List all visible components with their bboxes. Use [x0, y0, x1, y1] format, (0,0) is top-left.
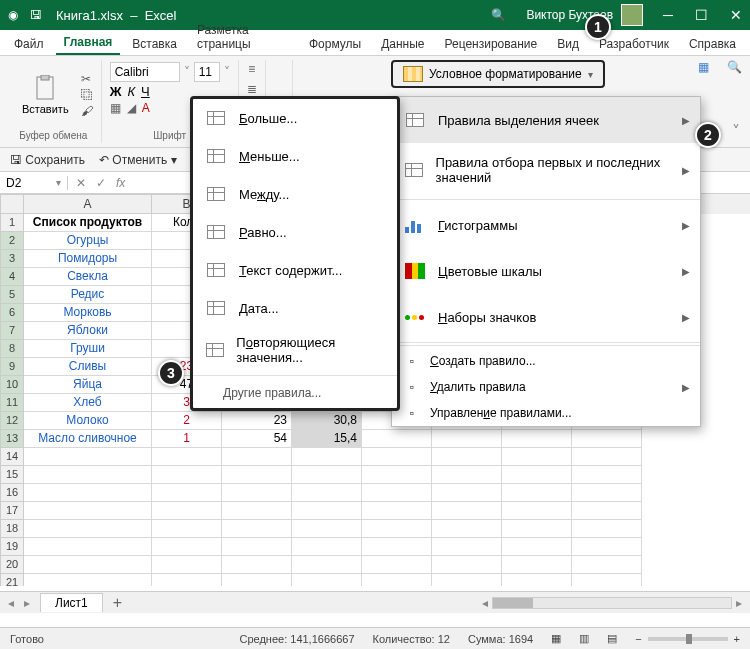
font-size-select[interactable]: [194, 62, 220, 82]
cell[interactable]: 54: [222, 430, 292, 448]
menu-item[interactable]: Наборы значков▶: [392, 294, 700, 340]
cell[interactable]: [222, 520, 292, 538]
row-header[interactable]: 5: [0, 286, 24, 304]
align-left-icon[interactable]: ≣: [247, 82, 257, 96]
ribbon-tab[interactable]: Разметка страницы: [189, 19, 297, 55]
cell[interactable]: [24, 520, 152, 538]
view-break-icon[interactable]: ▤: [607, 632, 617, 645]
scroll-right-icon[interactable]: ▸: [736, 596, 742, 610]
row-header[interactable]: 15: [0, 466, 24, 484]
cell[interactable]: [502, 538, 572, 556]
cell[interactable]: [432, 430, 502, 448]
cell[interactable]: Яблоки: [24, 322, 152, 340]
font-name-select[interactable]: [110, 62, 180, 82]
find-icon[interactable]: 🔍: [727, 60, 742, 74]
undo-button[interactable]: ↶ Отменить ▾: [99, 153, 177, 167]
menu-item[interactable]: ▫Удалить правила▶: [392, 374, 700, 400]
cell[interactable]: Огурцы: [24, 232, 152, 250]
row-header[interactable]: 19: [0, 538, 24, 556]
search-icon[interactable]: 🔍: [491, 8, 506, 22]
ribbon-tab[interactable]: Формулы: [301, 33, 369, 55]
cell[interactable]: Масло сливочное: [24, 430, 152, 448]
cell[interactable]: [222, 484, 292, 502]
cell[interactable]: [292, 520, 362, 538]
cell[interactable]: [572, 448, 642, 466]
table-format-icon[interactable]: ▦: [698, 60, 709, 74]
cell[interactable]: [152, 466, 222, 484]
cell[interactable]: [24, 574, 152, 586]
cell[interactable]: Редис: [24, 286, 152, 304]
cell[interactable]: [222, 448, 292, 466]
cell[interactable]: [572, 538, 642, 556]
cell[interactable]: 1: [152, 430, 222, 448]
cell[interactable]: Груши: [24, 340, 152, 358]
maximize-icon[interactable]: ☐: [695, 7, 708, 23]
row-header[interactable]: 11: [0, 394, 24, 412]
conditional-formatting-button[interactable]: Условное форматирование ▾: [391, 60, 605, 88]
cell[interactable]: 15,4: [292, 430, 362, 448]
cell[interactable]: [222, 466, 292, 484]
cell[interactable]: [502, 448, 572, 466]
select-all-corner[interactable]: [0, 194, 24, 214]
scroll-left-icon[interactable]: ◂: [482, 596, 488, 610]
cell[interactable]: [24, 502, 152, 520]
cell[interactable]: [572, 466, 642, 484]
cell[interactable]: [222, 556, 292, 574]
menu-item[interactable]: Дата...: [193, 289, 397, 327]
menu-item[interactable]: Между...: [193, 175, 397, 213]
cell[interactable]: [24, 556, 152, 574]
menu-item[interactable]: Равно...: [193, 213, 397, 251]
cell[interactable]: [152, 502, 222, 520]
cell[interactable]: [24, 466, 152, 484]
cut-icon[interactable]: ✂: [81, 72, 93, 86]
cell[interactable]: [572, 484, 642, 502]
ribbon-tab[interactable]: Вставка: [124, 33, 185, 55]
cell[interactable]: [432, 466, 502, 484]
row-header[interactable]: 7: [0, 322, 24, 340]
cell[interactable]: [222, 538, 292, 556]
cell[interactable]: [292, 538, 362, 556]
cell[interactable]: [362, 466, 432, 484]
cell[interactable]: [292, 448, 362, 466]
cell[interactable]: [502, 484, 572, 502]
cell[interactable]: 23: [222, 412, 292, 430]
menu-item[interactable]: Гистограммы▶: [392, 202, 700, 248]
row-header[interactable]: 4: [0, 268, 24, 286]
bold-button[interactable]: Ж: [110, 84, 122, 99]
cell[interactable]: [292, 556, 362, 574]
cell[interactable]: [572, 502, 642, 520]
cell[interactable]: [572, 556, 642, 574]
cell[interactable]: [572, 574, 642, 586]
cell[interactable]: [24, 484, 152, 502]
cell[interactable]: [432, 448, 502, 466]
sheet-nav-next[interactable]: ▸: [24, 596, 30, 610]
menu-item[interactable]: Правила отбора первых и последних значен…: [392, 143, 700, 197]
ribbon-tab[interactable]: Главная: [56, 31, 121, 55]
cell[interactable]: Список продуктов: [24, 214, 152, 232]
row-header[interactable]: 16: [0, 484, 24, 502]
cell[interactable]: [572, 430, 642, 448]
name-box[interactable]: D2▾: [0, 176, 68, 190]
row-header[interactable]: 8: [0, 340, 24, 358]
view-normal-icon[interactable]: ▦: [551, 632, 561, 645]
cell[interactable]: Морковь: [24, 304, 152, 322]
row-header[interactable]: 12: [0, 412, 24, 430]
row-header[interactable]: 20: [0, 556, 24, 574]
cell[interactable]: [292, 466, 362, 484]
cell[interactable]: [362, 520, 432, 538]
view-layout-icon[interactable]: ▥: [579, 632, 589, 645]
row-header[interactable]: 18: [0, 520, 24, 538]
cell[interactable]: [362, 538, 432, 556]
menu-item[interactable]: Цветовые шкалы▶: [392, 248, 700, 294]
cell[interactable]: [362, 574, 432, 586]
cell[interactable]: [292, 502, 362, 520]
cell[interactable]: [152, 448, 222, 466]
autosave-icon[interactable]: ◉: [8, 8, 18, 22]
cell[interactable]: [432, 574, 502, 586]
menu-item[interactable]: Меньше...: [193, 137, 397, 175]
cell[interactable]: Молоко: [24, 412, 152, 430]
save-icon[interactable]: 🖫: [30, 8, 42, 22]
border-icon[interactable]: ▦: [110, 101, 121, 115]
add-sheet-button[interactable]: +: [113, 594, 122, 612]
close-icon[interactable]: ✕: [730, 7, 742, 23]
